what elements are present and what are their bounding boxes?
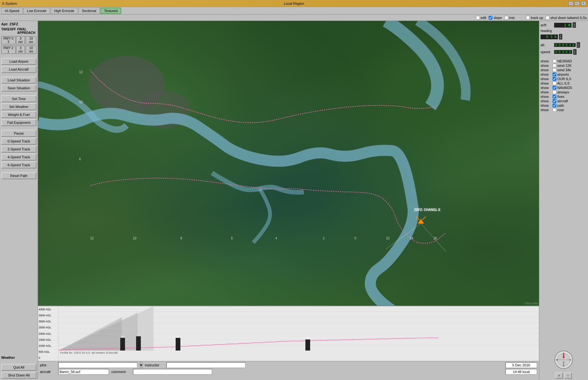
rwy-21-10nm-button[interactable]: 10 nm — [26, 46, 36, 54]
fixes-checkbox[interactable] — [553, 95, 556, 98]
maximize-button[interactable]: □ — [575, 1, 580, 6]
title-bar: X-System Local Region ─ □ × — [0, 0, 588, 7]
aircraft-input[interactable] — [58, 369, 109, 375]
track-up-check[interactable]: track up — [526, 16, 543, 20]
fail-equipment-button[interactable]: Fail Equipment — [1, 119, 36, 126]
acft-spinner[interactable]: ▲ ▼ — [572, 22, 576, 28]
load-situation-button[interactable]: Load Situation — [1, 77, 36, 84]
heading-spinner[interactable]: ▲ ▼ — [559, 34, 562, 40]
rwy-03-row: RWY 0 3 3 nm 10 nm — [1, 36, 36, 44]
speed-spinner[interactable]: ▲ ▼ — [573, 49, 577, 55]
alt-down[interactable]: ▼ — [577, 45, 579, 47]
show-wind34k: show wind 34k — [541, 68, 587, 72]
inst-checkbox[interactable] — [504, 16, 508, 20]
slope-checkbox[interactable] — [489, 16, 492, 20]
speed-0-button[interactable]: 0-Speed Track — [1, 138, 36, 145]
save-situation-button[interactable]: Save Situation — [1, 85, 36, 92]
track-up-checkbox[interactable] — [526, 16, 530, 20]
speed-up[interactable]: ▲ — [574, 50, 576, 52]
zoom-out-button[interactable]: − — [564, 372, 572, 379]
svg-text:22: 22 — [386, 237, 390, 240]
svg-text:12: 12 — [79, 70, 83, 74]
acft-up[interactable]: ▲ — [573, 23, 575, 25]
svg-text:4: 4 — [275, 237, 277, 240]
heading-up[interactable]: ▲ — [560, 35, 562, 37]
tab-sectional[interactable]: Sectional — [78, 8, 100, 14]
set-time-button[interactable]: Set Time — [1, 95, 36, 102]
svg-text:30: 30 — [121, 335, 124, 338]
comment-input[interactable] — [133, 369, 212, 375]
load-airport-button[interactable]: Load Airport — [1, 58, 36, 65]
weight-fuel-button[interactable]: Weight & Fuel — [1, 111, 36, 118]
map-view[interactable]: 12 10 8 6 4 2 0 22 24 26 ZSFZ: CHANGL E … — [38, 21, 539, 306]
pause-button[interactable]: Pause — [1, 130, 36, 137]
instructor-input[interactable] — [166, 362, 246, 368]
inst-check[interactable]: inst — [504, 16, 515, 20]
rwy-03-3nm-button[interactable]: 3 nm — [16, 36, 25, 44]
rwy-21-button[interactable]: RWY 2 1 — [1, 46, 16, 54]
right-sidebar: acft: 2 0 ▲ ▼ heading 0 3 6 ▲ ▼ alt: 0 0… — [539, 21, 588, 380]
alt-row: alt: 0 0 0 0 4 6 ▲ ▼ — [541, 42, 587, 48]
show-airways: show airways — [541, 90, 587, 94]
close-button[interactable]: × — [581, 1, 586, 6]
tab-low-enroute[interactable]: Low Enroute — [23, 8, 50, 14]
tab-textured[interactable]: Textured — [100, 8, 121, 14]
airways-checkbox[interactable] — [553, 90, 556, 94]
profile-view: 4000 AGL 3500 AGL 3000 AGL 2500 AGL 2000… — [38, 306, 539, 361]
load-aircraft-button[interactable]: Load Aircraft — [1, 66, 36, 73]
tab-hi-speed[interactable]: Hi-Speed — [1, 8, 23, 14]
navaids-checkbox[interactable] — [553, 86, 556, 90]
time-input[interactable] — [505, 369, 537, 375]
apt-row: Apt: ZSFZ — [1, 22, 36, 26]
path-checkbox[interactable] — [553, 104, 556, 107]
wind12k-checkbox[interactable] — [553, 64, 556, 67]
heading-row: 0 3 6 ▲ ▼ — [541, 34, 587, 40]
alt-up[interactable]: ▲ — [577, 43, 579, 45]
heading-value: 0 3 6 — [541, 35, 558, 39]
minimize-button[interactable]: ─ — [568, 1, 573, 6]
slope-check[interactable]: slope — [489, 16, 502, 20]
pilot-input[interactable] — [58, 362, 137, 368]
svg-text:2: 2 — [323, 237, 325, 240]
form-row-1: pilot ▼ instructor — [40, 362, 537, 368]
reset-path-button[interactable]: Reset Path — [1, 172, 36, 179]
shut-down-checkbox[interactable] — [546, 16, 549, 20]
shut-down-check[interactable]: shut down tailwind ILSs — [546, 16, 587, 20]
profile-y-labels: 4000 AGL 3500 AGL 3000 AGL 2500 AGL 2000… — [38, 306, 59, 361]
shut-down-all-button[interactable]: Shut Down All — [1, 372, 36, 379]
rwy-03-10nm-button[interactable]: 10 nm — [26, 36, 36, 44]
rwy-21-3nm-button[interactable]: 3 nm — [16, 46, 25, 54]
speed-row: speed: 0 0 0 0 0 ▲ ▼ — [541, 49, 587, 55]
set-weather-button[interactable]: Set Weather — [1, 103, 36, 110]
pilot-dropdown[interactable]: ▼ — [140, 362, 142, 368]
alt-spinner[interactable]: ▲ ▼ — [577, 42, 580, 48]
rwy-03-button[interactable]: RWY 0 3 — [1, 36, 16, 44]
our-ils-checkbox[interactable] — [553, 77, 556, 81]
svg-text:S: S — [563, 365, 565, 367]
heading-down[interactable]: ▼ — [560, 37, 562, 39]
nexrad-checkbox[interactable] — [553, 59, 556, 63]
bottom-form: pilot ▼ instructor aircraft comment — [38, 361, 539, 380]
speed-down[interactable]: ▼ — [574, 52, 576, 54]
svg-text:6: 6 — [231, 237, 233, 240]
wind34k-checkbox[interactable] — [553, 68, 556, 72]
all-ils-checkbox[interactable] — [553, 81, 556, 85]
edit-checkbox[interactable] — [476, 16, 480, 20]
speed-2-button[interactable]: 2-Speed Track — [1, 146, 36, 153]
acft-down[interactable]: ▼ — [573, 25, 575, 27]
show-fixes: show fixes — [541, 95, 587, 98]
airports-checkbox[interactable] — [553, 73, 556, 76]
toolbar-secondary: edit slope inst track up shut down tailw… — [0, 15, 588, 21]
speed-6-button[interactable]: 6-Speed Track — [1, 162, 36, 168]
speed-4-button[interactable]: 4-Speed Track — [1, 154, 36, 161]
rose-checkbox[interactable] — [553, 108, 556, 112]
window-controls: ─ □ × — [568, 1, 586, 6]
form-row-2: aircraft comment — [40, 369, 537, 375]
zoom-in-button[interactable]: + — [555, 372, 563, 379]
alt-value: 0 0 0 0 4 6 — [554, 43, 576, 47]
quit-all-button[interactable]: Quit All — [1, 364, 36, 371]
aircraft-checkbox[interactable] — [553, 99, 556, 103]
date-input[interactable] — [505, 362, 537, 368]
tab-high-enroute[interactable]: High Enroute — [51, 8, 78, 14]
edit-check[interactable]: edit — [476, 16, 486, 20]
